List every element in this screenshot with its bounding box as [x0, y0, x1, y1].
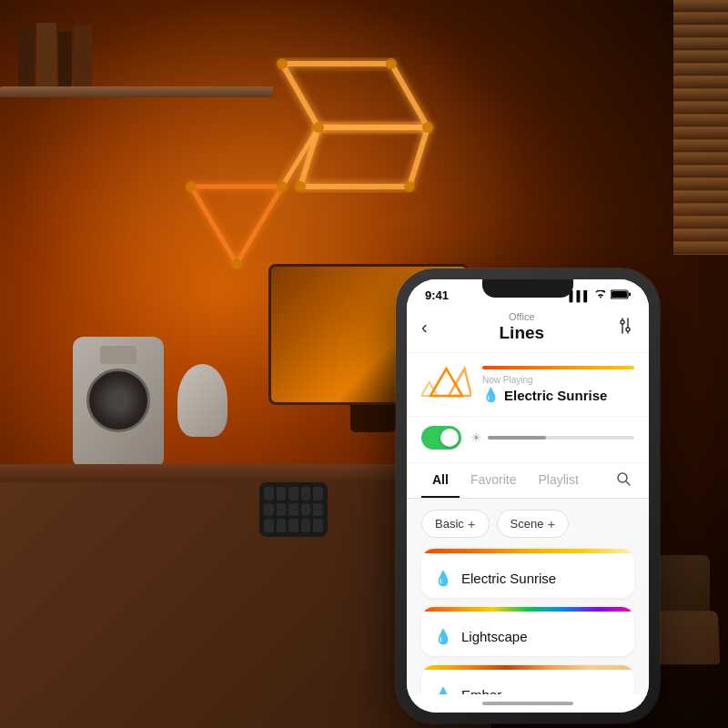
svg-point-6 [422, 122, 433, 133]
speaker-top [100, 346, 136, 364]
svg-point-11 [186, 181, 197, 192]
svg-point-7 [313, 122, 324, 133]
status-time: 9:41 [425, 288, 449, 302]
settings-icon[interactable] [616, 318, 634, 338]
svg-point-5 [386, 58, 397, 69]
basic-category-button[interactable]: Basic + [421, 510, 490, 538]
tab-bar: All Favorite Playlist [407, 463, 649, 499]
now-playing-info: Now Playing 💧 Electric Sunrise [482, 366, 634, 403]
speaker-small [177, 364, 228, 437]
home-bar [482, 702, 573, 705]
nanoleaf-device-icon [421, 364, 471, 405]
tab-playlist[interactable]: Playlist [527, 463, 589, 498]
monitor-stand [350, 405, 396, 432]
scene-item-inner-2: 💧 Lightscape [421, 619, 634, 656]
back-button[interactable]: ‹ [421, 317, 428, 338]
power-toggle[interactable] [421, 426, 461, 450]
book-4 [74, 25, 92, 86]
scene-name-1: Electric Sunrise [461, 571, 556, 586]
brightness-bar[interactable] [488, 436, 634, 440]
svg-rect-15 [629, 293, 631, 297]
header-subtitle: Office [500, 311, 545, 322]
status-icons: ▌▌▌ [570, 289, 631, 301]
now-playing-section: Now Playing 💧 Electric Sunrise [407, 353, 649, 417]
svg-line-26 [626, 481, 630, 485]
scene-lightscape[interactable]: 💧 Lightscape [421, 607, 634, 656]
book-2 [36, 23, 56, 86]
book-3 [58, 32, 72, 86]
tab-all[interactable]: All [421, 463, 460, 498]
svg-marker-2 [191, 187, 282, 264]
speaker-cone [86, 369, 150, 432]
ember-color-bar [421, 665, 634, 670]
scene-plus-icon: + [547, 516, 555, 531]
svg-point-9 [295, 181, 306, 192]
sun-icon: ☀ [470, 430, 482, 445]
scene-item-inner: 💧 Electric Sunrise [421, 561, 634, 598]
now-playing-color-bar [482, 366, 634, 369]
scene-name-2: Lightscape [461, 629, 528, 644]
phone: 9:41 ▌▌▌ ‹ Office [396, 268, 660, 723]
battery-icon [611, 289, 631, 301]
svg-point-10 [277, 181, 288, 192]
svg-marker-0 [282, 64, 428, 127]
phone-body: 9:41 ▌▌▌ ‹ Office [396, 268, 660, 723]
now-playing-name: 💧 Electric Sunrise [482, 387, 634, 403]
svg-point-12 [231, 258, 242, 269]
scene-drop-icon-1: 💧 [434, 570, 452, 587]
scene-ember[interactable]: 💧 Ember [421, 665, 634, 694]
scene-category-button[interactable]: Scene + [497, 510, 570, 538]
scene-drop-icon-2: 💧 [434, 628, 452, 645]
svg-rect-14 [612, 291, 627, 298]
scene-list: 💧 Electric Sunrise 💧 Lightscape [407, 545, 649, 694]
controls-row: ☀ [407, 417, 649, 463]
svg-point-4 [277, 58, 288, 69]
scene-electric-sunrise[interactable]: 💧 Electric Sunrise [421, 549, 634, 598]
app-header: ‹ Office Lines [407, 306, 649, 353]
search-button[interactable] [612, 464, 634, 497]
drop-icon: 💧 [482, 387, 500, 403]
stream-deck [259, 482, 328, 537]
window-blinds [673, 0, 728, 273]
header-title: Lines [500, 323, 545, 343]
toggle-knob [440, 429, 459, 447]
lightscape-color-bar [421, 607, 634, 612]
now-playing-label: Now Playing [482, 375, 634, 385]
tab-favorite[interactable]: Favorite [460, 463, 528, 498]
scene-item-inner-3: 💧 Ember [421, 677, 634, 694]
svg-marker-1 [300, 127, 428, 187]
svg-point-8 [404, 181, 415, 192]
signal-icon: ▌▌▌ [570, 290, 591, 301]
phone-notch [482, 279, 573, 298]
scene-drop-icon-3: 💧 [434, 686, 452, 694]
book-1 [18, 27, 35, 86]
brightness-fill [488, 436, 546, 440]
brightness-control: ☀ [470, 430, 634, 445]
speaker-main [73, 337, 164, 469]
electric-sunrise-color-bar [421, 549, 634, 553]
home-indicator [407, 694, 649, 713]
category-row: Basic + Scene + [407, 499, 649, 545]
header-center: Office Lines [500, 311, 545, 343]
phone-screen-container: 9:41 ▌▌▌ ‹ Office [407, 279, 649, 713]
app-screen: 9:41 ▌▌▌ ‹ Office [407, 279, 649, 713]
scene-name-3: Ember [461, 687, 501, 694]
basic-plus-icon: + [468, 516, 476, 531]
wifi-icon [594, 290, 607, 301]
